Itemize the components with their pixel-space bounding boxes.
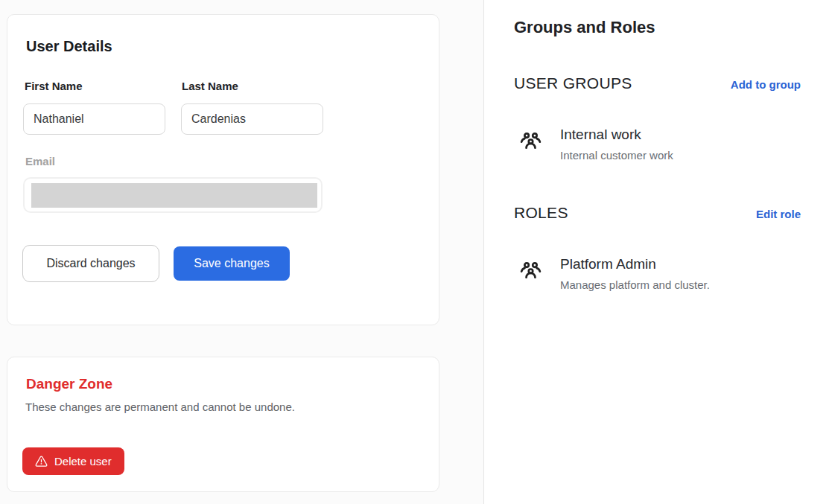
users-group-icon	[519, 131, 542, 154]
group-name: Internal work	[560, 127, 673, 143]
role-name: Platform Admin	[560, 256, 710, 272]
role-description: Manages platform and cluster.	[560, 278, 710, 291]
left-panel: User Details First Name Last Name Email …	[0, 0, 484, 504]
roles-header-row: ROLES Edit role	[514, 204, 801, 222]
email-label: Email	[25, 155, 55, 168]
user-details-title: User Details	[26, 38, 112, 55]
email-redacted-value	[31, 183, 317, 208]
last-name-label: Last Name	[182, 80, 238, 92]
user-groups-header-row: USER GROUPS Add to group	[514, 74, 801, 92]
users-group-icon	[519, 261, 542, 284]
add-to-group-link[interactable]: Add to group	[731, 78, 801, 92]
groups-and-roles-panel: Groups and Roles USER GROUPS Add to grou…	[485, 0, 832, 504]
last-name-input[interactable]	[181, 103, 323, 135]
roles-header: ROLES	[514, 204, 568, 222]
edit-role-link[interactable]: Edit role	[756, 208, 801, 222]
warning-triangle-icon	[35, 455, 48, 468]
discard-changes-button[interactable]: Discard changes	[22, 245, 159, 282]
danger-zone-title: Danger Zone	[26, 376, 112, 392]
role-item-text: Platform Admin Manages platform and clus…	[560, 256, 710, 291]
delete-user-label: Delete user	[54, 455, 112, 468]
user-details-card: User Details First Name Last Name Email …	[7, 14, 439, 325]
groups-and-roles-title: Groups and Roles	[514, 18, 655, 37]
danger-zone-card: Danger Zone These changes are permanent …	[7, 357, 439, 492]
save-changes-button[interactable]: Save changes	[174, 246, 290, 281]
user-groups-header: USER GROUPS	[514, 74, 632, 92]
role-list-item: Platform Admin Manages platform and clus…	[519, 256, 710, 291]
first-name-input[interactable]	[23, 103, 165, 135]
group-description: Internal customer work	[560, 149, 673, 162]
delete-user-button[interactable]: Delete user	[22, 447, 124, 475]
group-item-text: Internal work Internal customer work	[560, 127, 673, 162]
email-input	[23, 177, 323, 213]
danger-zone-description: These changes are permanent and cannot b…	[25, 401, 295, 413]
first-name-label: First Name	[25, 80, 83, 92]
group-list-item: Internal work Internal customer work	[519, 127, 673, 162]
